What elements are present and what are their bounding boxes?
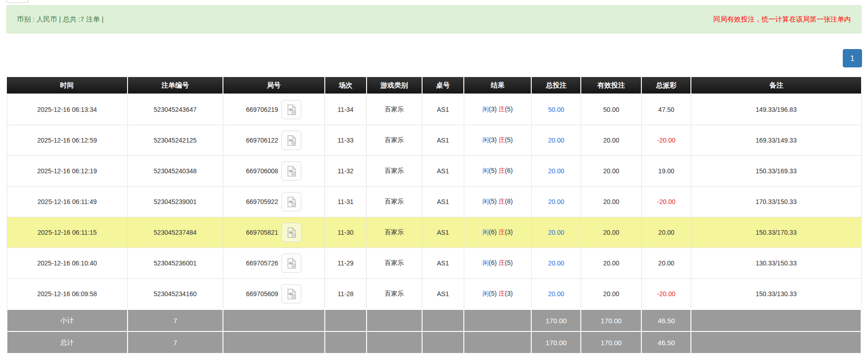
cell-time: 2025-12-16 06:13:34 [7, 94, 128, 125]
video-replay-button[interactable] [281, 100, 301, 119]
video-file-icon [285, 134, 298, 147]
cell-remark: 169.33/149.33 [691, 125, 861, 156]
cell-payout: -20.00 [641, 279, 691, 310]
table-row[interactable]: 2025-12-16 06:10:40523045236001669705726… [7, 248, 861, 279]
cell-result: 闲(3) 庄(5) [464, 94, 531, 125]
footer-empty-cell [325, 331, 367, 353]
cell-session: 11-33 [325, 125, 367, 156]
player-label: 闲 [483, 259, 489, 266]
cell-valid-bet: 20.00 [581, 187, 641, 217]
column-header-game-no: 局号 [223, 77, 325, 94]
cell-bet-id: 523045243647 [128, 94, 223, 125]
cell-session: 11-30 [325, 217, 367, 248]
video-replay-button[interactable] [281, 223, 301, 242]
total-bet-link[interactable]: 20.00 [548, 137, 564, 144]
pagination-page-1[interactable]: 1 [843, 49, 862, 67]
cell-remark: 150.33/170.33 [691, 217, 861, 248]
footer-count: 7 [128, 331, 223, 353]
table-row[interactable]: 2025-12-16 06:12:59523045242125669706122… [7, 125, 861, 156]
cell-session: 11-28 [325, 279, 367, 310]
game-number: 669706008 [246, 167, 278, 175]
game-number: 669706122 [246, 137, 278, 144]
column-header-session: 场次 [325, 77, 367, 94]
table-row[interactable]: 2025-12-16 06:09:58523045234160669705609… [7, 279, 861, 310]
game-number: 669705922 [246, 198, 278, 205]
cell-total-bet: 50.00 [531, 94, 581, 125]
video-replay-button[interactable] [281, 161, 301, 181]
banker-label: 庄 [499, 136, 505, 143]
cell-game-no: 669705726 [223, 248, 325, 279]
footer-count: 7 [128, 309, 223, 331]
game-number: 669706219 [246, 106, 278, 113]
cell-bet-id: 523045234160 [128, 279, 223, 310]
cell-remark: 170.33/150.33 [691, 187, 861, 217]
total-bet-link[interactable]: 20.00 [548, 259, 564, 267]
cell-total-bet: 20.00 [531, 125, 581, 156]
cell-bet-id: 523045237484 [128, 217, 223, 248]
cell-payout: -20.00 [641, 187, 691, 217]
total-bet-link[interactable]: 20.00 [548, 290, 564, 298]
cell-result: 闲(5) 庄(3) [464, 279, 531, 310]
cell-time: 2025-12-16 06:12:19 [7, 156, 128, 187]
column-header-time: 时间 [7, 77, 128, 94]
footer-empty-cell [223, 331, 325, 353]
player-label: 闲 [483, 198, 489, 205]
cell-total-bet: 20.00 [531, 156, 581, 187]
banker-label: 庄 [499, 198, 505, 205]
pagination: 1 [843, 49, 862, 67]
total-bet-link[interactable]: 20.00 [548, 198, 564, 205]
cell-remark: 150.33/130.33 [691, 279, 861, 310]
cell-payout: 19.00 [641, 156, 691, 187]
footer-label: 总计 [7, 331, 128, 353]
cell-game-no: 669706122 [223, 125, 325, 156]
grandtotal-row: 总计7170.00170.0046.50 [7, 331, 861, 353]
cell-total-bet: 20.00 [531, 279, 581, 310]
footer-total-bet: 170.00 [531, 331, 581, 353]
cell-total-bet: 20.00 [531, 187, 581, 217]
footer-empty-cell [422, 331, 464, 353]
cell-table-no: AS1 [422, 248, 464, 279]
cell-table-no: AS1 [422, 94, 464, 125]
cell-game-no: 669706219 [223, 94, 325, 125]
cell-result: 闲(6) 庄(5) [464, 248, 531, 279]
cell-time: 2025-12-16 06:11:49 [7, 187, 128, 217]
cell-result: 闲(5) 庄(8) [464, 187, 531, 217]
cell-table-no: AS1 [422, 279, 464, 310]
cell-remark: 149.33/196.83 [691, 94, 861, 125]
video-replay-button[interactable] [281, 254, 301, 273]
video-replay-button[interactable] [281, 284, 301, 303]
table-row[interactable]: 2025-12-16 06:11:15523045237484669705821… [7, 217, 861, 248]
footer-empty-cell [422, 309, 464, 331]
column-header-game-type: 游戏类别 [367, 77, 422, 94]
cell-table-no: AS1 [422, 125, 464, 156]
footer-total-bet: 170.00 [531, 309, 581, 331]
footer-label: 小计 [7, 309, 128, 331]
cell-game-type: 百家乐 [367, 94, 422, 125]
footer-empty-cell [367, 309, 422, 331]
column-header-result: 结果 [464, 77, 531, 94]
video-replay-button[interactable] [281, 192, 301, 211]
cell-valid-bet: 50.00 [581, 94, 641, 125]
video-replay-button[interactable] [281, 131, 301, 150]
cell-time: 2025-12-16 06:09:58 [7, 279, 128, 310]
total-bet-link[interactable]: 50.00 [548, 106, 564, 113]
table-header-row: 时间注单编号局号场次游戏类别桌号结果总投注有效投注总派彩备注 [7, 77, 861, 94]
cell-session: 11-31 [325, 187, 367, 217]
total-bet-link[interactable]: 20.00 [548, 167, 564, 175]
game-number: 669705609 [246, 290, 278, 298]
cell-game-type: 百家乐 [367, 187, 422, 217]
table-row[interactable]: 2025-12-16 06:11:49523045239001669705922… [7, 187, 861, 217]
report-page: 币别 : 人民币 | 总共 :7 注单 | 同局有效投注，统一计算在该局第一张注… [0, 0, 868, 364]
cell-remark: 150.33/169.33 [691, 156, 861, 187]
footer-empty-cell [691, 331, 861, 353]
footer-valid-bet: 170.00 [581, 331, 641, 353]
cell-payout: 20.00 [641, 217, 691, 248]
footer-empty-cell [367, 331, 422, 353]
table-row[interactable]: 2025-12-16 06:13:34523045243647669706219… [7, 94, 861, 125]
cell-bet-id: 523045239001 [128, 187, 223, 217]
table-row[interactable]: 2025-12-16 06:12:19523045240348669706008… [7, 156, 861, 187]
player-label: 闲 [483, 136, 489, 143]
total-bet-link[interactable]: 20.00 [548, 229, 564, 236]
cell-time: 2025-12-16 06:12:59 [7, 125, 128, 156]
cell-valid-bet: 20.00 [581, 156, 641, 187]
